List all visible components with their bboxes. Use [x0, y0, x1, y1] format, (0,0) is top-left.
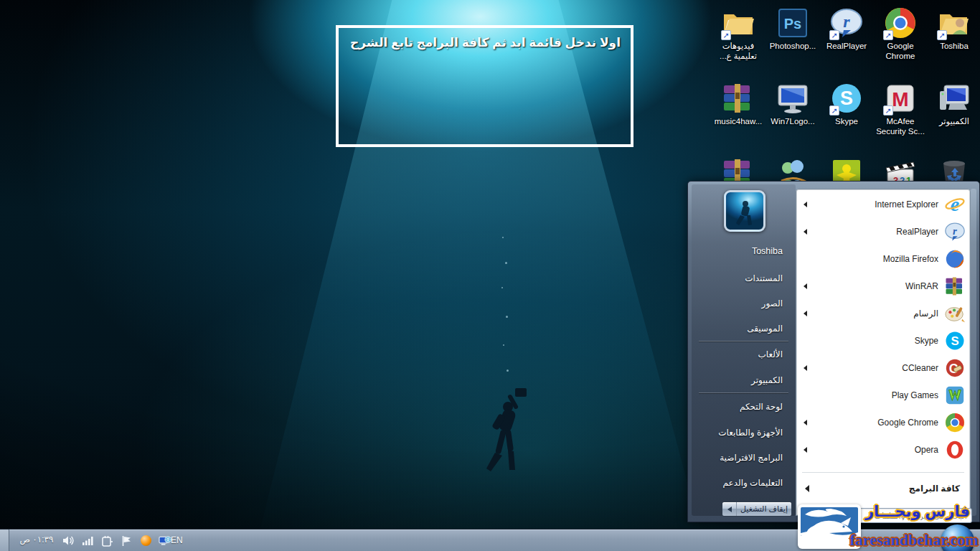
shortcut-arrow-icon: ➚: [937, 30, 947, 40]
shutdown-label: إيقاف التشغيل: [737, 502, 791, 516]
program-item-winrar[interactable]: WinRAR: [796, 273, 970, 300]
sidebar-item-games[interactable]: الألعاب: [758, 349, 783, 359]
desktop-icon-photoshop[interactable]: Ps Photoshop...: [765, 6, 820, 52]
sidebar-item-documents[interactable]: المستندات: [745, 273, 783, 283]
flyout-arrow-icon: [804, 420, 807, 425]
winrar-icon: [721, 81, 755, 116]
opera-icon: [944, 439, 966, 461]
chrome-icon: [944, 412, 966, 433]
desktop-icon-label: Photoshop...: [765, 42, 820, 52]
desktop-icon-label: Skype: [819, 117, 874, 127]
ie-icon: e: [944, 194, 966, 215]
program-label: Opera: [915, 445, 938, 455]
shortcut-arrow-icon: ➚: [829, 105, 839, 116]
all-programs-label: كافة البرامج: [909, 484, 960, 494]
watermark-title: فارس وبحـــار: [859, 503, 976, 520]
network-computer-icon[interactable]: [159, 534, 171, 547]
computer-icon: [937, 81, 971, 116]
skype-icon: S: [944, 330, 966, 352]
sidebar-item-help-support[interactable]: التعليمات والدعم: [723, 478, 783, 488]
sidebar-item-devices-printers[interactable]: الأجهزة والطابعات: [718, 428, 783, 438]
annotation-box: اولا ندخل قائمة ابد ثم كافة البرامج تابع…: [336, 25, 633, 147]
sidebar-item-control-panel[interactable]: لوحة التحكم: [740, 402, 783, 412]
skype-icon: S ➚: [829, 81, 864, 116]
paint-icon: [944, 303, 966, 324]
desktop-icon-win7logo[interactable]: Win7Logo...: [765, 81, 820, 127]
desktop-icon-toshiba-folder[interactable]: ➚ Toshiba: [927, 6, 980, 52]
program-item-ccleaner[interactable]: C CCleaner: [796, 354, 970, 382]
program-item-google-chrome[interactable]: Google Chrome: [796, 409, 970, 436]
svg-text:Ps: Ps: [784, 16, 801, 32]
desktop-icon-label: فيديوهات تعليمية ع...: [711, 42, 765, 61]
desktop-icon-google-chrome[interactable]: ➚ Google Chrome: [873, 6, 928, 61]
user-name[interactable]: Toshiba: [752, 246, 783, 256]
bubble: [505, 262, 507, 264]
shutdown-button[interactable]: إيقاف التشغيل: [722, 501, 792, 517]
bubble: [503, 344, 504, 346]
volume-icon[interactable]: [62, 534, 75, 547]
program-item-mozilla-firefox[interactable]: Mozilla Firefox: [796, 245, 970, 273]
program-label: WinRAR: [905, 281, 938, 291]
svg-text:M: M: [892, 88, 908, 110]
desktop-icon-computer[interactable]: الكمبيوتر: [927, 81, 980, 127]
all-programs-button[interactable]: كافة البرامج: [796, 478, 970, 499]
shutdown-options-button[interactable]: [722, 502, 737, 516]
divider: [699, 392, 788, 393]
desktop-icon-label: Google Chrome: [873, 42, 928, 61]
program-item-skype[interactable]: S Skype: [796, 327, 970, 354]
taskbar-clock[interactable]: ٠١:٣٩ ص: [16, 534, 57, 545]
bubble: [506, 316, 508, 318]
shortcut-arrow-icon: ➚: [883, 105, 893, 116]
divider: [802, 472, 964, 473]
diver-silhouette: [473, 384, 538, 477]
program-item-play-games[interactable]: Play Games: [796, 382, 970, 409]
desktop-icon-skype[interactable]: S ➚ Skype: [819, 81, 874, 127]
desktop-icon-videos-folder[interactable]: ➚ فيديوهات تعليمية ع...: [711, 6, 765, 61]
shortcut-arrow-icon: ➚: [829, 30, 839, 40]
sidebar-item-computer[interactable]: الكمبيوتر: [751, 375, 783, 385]
ccleaner-icon: C: [944, 357, 966, 379]
play-games-icon: [944, 385, 966, 406]
desktop-screen: اولا ندخل قائمة ابد ثم كافة البرامج تابع…: [0, 0, 980, 551]
network-signal-icon[interactable]: [81, 534, 94, 547]
flyout-arrow-icon: [804, 447, 807, 453]
program-label: Google Chrome: [877, 418, 938, 428]
start-menu-frame-edge: [971, 189, 976, 516]
desktop-icon-music4haw[interactable]: music4haw...: [711, 81, 765, 127]
program-item-internet-explorer[interactable]: e Internet Explorer: [796, 191, 970, 218]
program-item-opera[interactable]: Opera: [796, 436, 970, 463]
program-list: e Internet Explorer r RealPlayer Mozilla…: [796, 191, 970, 463]
desktop-icon-mcafee[interactable]: M ➚ McAfee Security Sc...: [873, 81, 928, 136]
show-desktop-button[interactable]: [0, 529, 9, 551]
orange-ball-icon[interactable]: [139, 534, 152, 547]
system-tray: [62, 529, 171, 551]
program-label: CCleaner: [902, 363, 938, 373]
divider: [699, 341, 788, 342]
shutdown-arrow-icon: [727, 507, 732, 512]
sidebar-item-pictures[interactable]: الصور: [762, 298, 783, 309]
language-indicator[interactable]: EN: [171, 535, 183, 545]
program-label: Play Games: [892, 390, 938, 400]
action-center-flag-icon[interactable]: [120, 534, 133, 547]
realplayer-icon: r ➚: [829, 6, 864, 40]
desktop-icon-realplayer[interactable]: r ➚ RealPlayer: [819, 6, 874, 52]
monitor-icon: [776, 81, 810, 116]
annotation-text: اولا ندخل قائمة ابد ثم كافة البرامج تابع…: [339, 28, 631, 57]
sidebar-item-music[interactable]: الموسيقى: [747, 324, 783, 334]
bubble: [507, 369, 509, 372]
chrome-icon: ➚: [883, 6, 918, 40]
program-item-paint[interactable]: الرسام: [796, 300, 970, 327]
program-label: الرسام: [913, 309, 938, 319]
desktop-icon-label: music4haw...: [711, 117, 765, 127]
svg-text:S: S: [951, 334, 958, 348]
user-picture[interactable]: [724, 190, 765, 232]
svg-text:r: r: [843, 12, 850, 31]
sidebar-item-default-programs[interactable]: البرامج الافتراضية: [720, 453, 783, 463]
shortcut-arrow-icon: ➚: [883, 30, 893, 40]
program-label: Skype: [915, 336, 938, 346]
program-item-realplayer[interactable]: r RealPlayer: [796, 218, 970, 245]
watermark-site: faresandbehar.com: [848, 531, 980, 550]
desktop-icon-label: Toshiba: [927, 42, 980, 52]
power-plug-icon[interactable]: [100, 534, 113, 547]
flyout-arrow-icon: [804, 365, 807, 371]
